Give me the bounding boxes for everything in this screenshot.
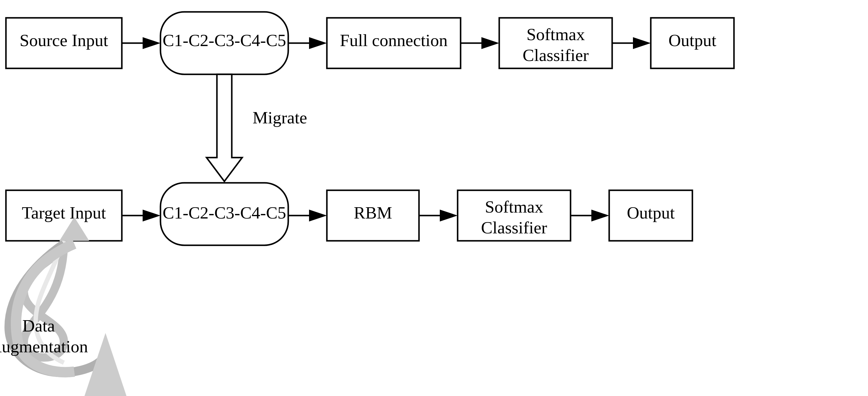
migrate-label: Migrate bbox=[253, 108, 307, 127]
rbm-label: RBM bbox=[354, 203, 392, 222]
target-softmax-line1: Softmax bbox=[485, 197, 544, 216]
migrate-arrow-head bbox=[207, 74, 242, 181]
target-cnn-label: C1-C2-C3-C4-C5 bbox=[162, 203, 286, 222]
target-output-label: Output bbox=[627, 203, 675, 222]
source-softmax-line1: Softmax bbox=[527, 25, 585, 44]
full-connection-label: Full connection bbox=[340, 31, 447, 50]
source-softmax-line2: Classifier bbox=[523, 45, 589, 65]
data-aug-line1: Data bbox=[22, 316, 55, 335]
source-cnn-label: C1-C2-C3-C4-C5 bbox=[162, 31, 286, 50]
target-input-label: Target Input bbox=[22, 203, 106, 222]
target-softmax-line2: Classifier bbox=[481, 218, 547, 237]
source-output-label: Output bbox=[668, 31, 716, 50]
source-input-label: Source Input bbox=[20, 31, 108, 50]
data-aug-line2: Augmentation bbox=[0, 337, 88, 356]
diagram-container: Source Input C1-C2-C3-C4-C5 Full connect… bbox=[0, 0, 868, 396]
